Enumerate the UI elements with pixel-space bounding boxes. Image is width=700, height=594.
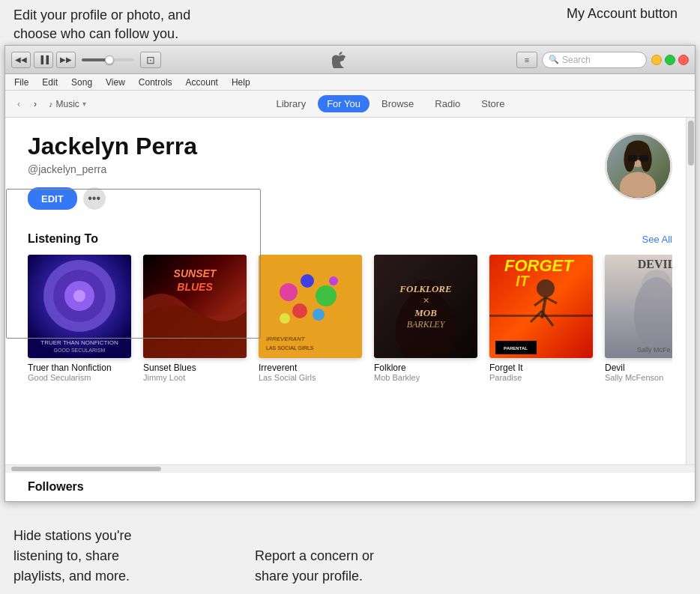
svg-text:Sally McFe...: Sally McFe... [637, 346, 672, 354]
album-artist-irreverent: Las Social Girls [259, 373, 362, 382]
album-cover-sunset: SUNSET BLUES [143, 255, 247, 358]
menu-account[interactable]: Account [180, 76, 224, 89]
menu-bar: File Edit Song View Controls Account Hel… [5, 74, 695, 91]
airplay-button[interactable]: ⊡ [140, 52, 161, 68]
profile-name: Jackelyn Perra [28, 133, 605, 160]
maximize-button[interactable]: + [665, 55, 675, 65]
album-cover-folklore: FOLKLORE ✕ MOB BARKLEY [374, 255, 477, 358]
listening-section: Listening To See All [5, 225, 695, 382]
minimize-button[interactable]: – [651, 55, 662, 65]
tab-store[interactable]: Store [472, 95, 513, 112]
more-button[interactable]: ••• [83, 187, 106, 210]
volume-slider[interactable] [82, 58, 134, 61]
menu-view[interactable]: View [100, 76, 131, 89]
album-title-sunset: Sunset Blues [143, 363, 247, 373]
nav-source: ♪ Music ▾ [49, 99, 86, 109]
menu-edit[interactable]: Edit [36, 76, 64, 89]
profile-buttons: EDIT ••• [28, 187, 605, 210]
menu-song[interactable]: Song [65, 76, 98, 89]
back-arrow[interactable]: ‹ [11, 97, 26, 112]
svg-point-27 [329, 276, 338, 285]
menu-controls[interactable]: Controls [133, 76, 178, 89]
followers-title: Followers [28, 480, 672, 494]
album-title-irreverent: Irreverent [259, 363, 362, 373]
search-placeholder: Search [562, 55, 591, 65]
profile-info: Jackelyn Perra @jackelyn_perra EDIT ••• [28, 133, 605, 210]
albums-row: TRUER THAN NONFICTION GOOD SECULARISM Tr… [28, 255, 672, 382]
tab-library[interactable]: Library [267, 95, 315, 112]
music-note-icon: ♪ [49, 100, 53, 109]
nav-bar: ‹ › ♪ Music ▾ Library For You Browse Rad… [5, 91, 695, 118]
pause-button[interactable]: ▐▐ [34, 52, 53, 68]
svg-text:GOOD SECULARISM: GOOD SECULARISM [54, 348, 106, 353]
tab-browse[interactable]: Browse [372, 95, 423, 112]
bottom-left-annotation: Hide stations you'relistening to, sharep… [13, 526, 238, 587]
profile-section: Jackelyn Perra @jackelyn_perra EDIT ••• [5, 118, 695, 225]
search-box[interactable]: 🔍 Search [542, 52, 647, 68]
svg-text:SUNSET: SUNSET [174, 267, 217, 279]
svg-text:LAS SOCIAL GIRLS: LAS SOCIAL GIRLS [266, 345, 314, 351]
nav-tabs: Library For You Browse Radio Store [92, 95, 689, 112]
section-header: Listening To See All [28, 232, 672, 246]
album-cover-forget: FORGET IT PARENTAL [489, 255, 593, 358]
album-artist-forget: Paradise [489, 373, 593, 382]
album-artist-truer: Good Secularism [28, 373, 131, 382]
menu-help[interactable]: Help [226, 76, 256, 89]
album-item-folklore[interactable]: FOLKLORE ✕ MOB BARKLEY Folklore Mob Bark… [374, 255, 477, 382]
profile-handle: @jackelyn_perra [28, 163, 605, 175]
svg-rect-7 [628, 155, 637, 161]
svg-text:DEVIL: DEVIL [638, 258, 672, 270]
svg-rect-8 [639, 155, 648, 161]
svg-text:BLUES: BLUES [177, 281, 213, 293]
svg-point-21 [280, 283, 298, 301]
album-artist-sunset: Jimmy Loot [143, 373, 247, 382]
top-left-annotation: Edit your profile or photo, andchoose wh… [13, 6, 190, 43]
svg-rect-20 [259, 255, 362, 358]
list-view-button[interactable]: ≡ [516, 52, 537, 68]
svg-text:✕: ✕ [423, 296, 429, 305]
tab-radio[interactable]: Radio [426, 95, 469, 112]
svg-rect-44 [489, 315, 593, 317]
h-scrollbar-thumb[interactable] [11, 467, 161, 471]
tab-for-you[interactable]: For You [318, 95, 369, 112]
album-item-sunset[interactable]: SUNSET BLUES Sunset Blues Jimmy Loot [143, 255, 247, 382]
svg-point-22 [301, 274, 314, 288]
section-title: Listening To [28, 232, 98, 246]
nav-source-arrow-icon: ▾ [82, 100, 86, 108]
forward-button[interactable]: ▶▶ [56, 52, 76, 68]
svg-text:TRUER THAN NONFICTION: TRUER THAN NONFICTION [40, 339, 118, 346]
album-item-devil[interactable]: DEVIL Sally McFe... Devil Sally McFenson [605, 255, 672, 382]
svg-point-24 [292, 303, 307, 318]
svg-text:IT: IT [516, 273, 531, 289]
transport-controls: ◀◀ ▐▐ ▶▶ ⊡ [11, 52, 161, 68]
apple-logo [166, 52, 512, 68]
top-right-annotation: My Account button [567, 6, 678, 22]
edit-button[interactable]: EDIT [28, 187, 77, 210]
see-all-link[interactable]: See All [642, 234, 672, 245]
followers-section: Followers [5, 472, 695, 501]
forward-arrow[interactable]: › [28, 97, 43, 112]
album-title-forget: Forget It [489, 363, 593, 373]
svg-text:MOB: MOB [414, 307, 437, 318]
album-cover-devil: DEVIL Sally McFe... [605, 255, 672, 358]
menu-file[interactable]: File [8, 76, 34, 89]
back-button[interactable]: ◀◀ [11, 52, 31, 68]
svg-text:BARKLEY: BARKLEY [407, 319, 446, 330]
nav-arrows: ‹ › [11, 97, 43, 112]
album-artist-folklore: Mob Barkley [374, 373, 477, 382]
horizontal-scrollbar[interactable] [5, 464, 695, 472]
svg-point-25 [313, 309, 325, 321]
album-artist-devil: Sally McFenson [605, 373, 672, 382]
album-title-folklore: Folklore [374, 363, 477, 373]
svg-point-38 [537, 279, 555, 297]
itunes-window: ◀◀ ▐▐ ▶▶ ⊡ ≡ 🔍 Search – + × [4, 45, 696, 502]
album-item-irreverent[interactable]: IRREVERANT LAS SOCIAL GIRLS Irreverent L… [259, 255, 362, 382]
svg-point-14 [73, 290, 85, 302]
album-item-forget[interactable]: FORGET IT PARENTAL Forget It Paradise [489, 255, 593, 382]
avatar [605, 133, 672, 200]
close-button[interactable]: × [678, 55, 689, 65]
album-item-truer[interactable]: TRUER THAN NONFICTION GOOD SECULARISM Tr… [28, 255, 131, 382]
svg-point-51 [642, 270, 672, 300]
album-title-truer: Truer than Nonfiction [28, 363, 131, 373]
vertical-scrollbar[interactable] [686, 118, 695, 464]
